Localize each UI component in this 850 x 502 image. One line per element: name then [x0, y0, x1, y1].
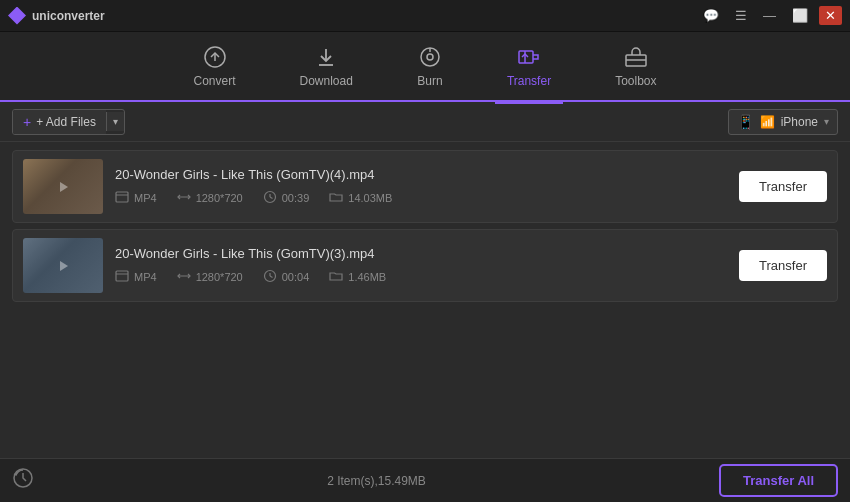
size-value: 14.03MB [348, 192, 392, 204]
status-text: 2 Item(s),15.49MB [327, 474, 426, 488]
tab-download[interactable]: Download [288, 36, 365, 96]
resolution-icon [177, 190, 191, 207]
transfer-all-button[interactable]: Transfer All [719, 464, 838, 497]
format-value: MP4 [134, 192, 157, 204]
svg-line-16 [270, 197, 273, 199]
svg-point-4 [427, 54, 433, 60]
add-files-label: + Add Files [36, 115, 96, 129]
tab-toolbox[interactable]: Toolbox [603, 36, 668, 96]
minimize-button[interactable]: — [758, 6, 781, 25]
file-item: 20-Wonder Girls - Like This (GomTV)(4).m… [12, 150, 838, 223]
tab-download-label: Download [300, 74, 353, 88]
file-info: 20-Wonder Girls - Like This (GomTV)(4).m… [115, 167, 727, 207]
resolution-item: 1280*720 [177, 269, 243, 286]
format-item: MP4 [115, 190, 157, 207]
folder-icon [329, 190, 343, 207]
phone-icon: 📱 [737, 114, 754, 130]
file-thumbnail [23, 238, 103, 293]
thumbnail-image [23, 159, 103, 214]
svg-rect-6 [519, 51, 533, 63]
maximize-button[interactable]: ⬜ [787, 6, 813, 25]
add-files-main[interactable]: + + Add Files [13, 110, 106, 134]
svg-marker-17 [60, 261, 68, 271]
transfer-button[interactable]: Transfer [739, 250, 827, 281]
size-item: 1.46MB [329, 269, 386, 286]
resolution-value: 1280*720 [196, 192, 243, 204]
tab-transfer-label: Transfer [507, 74, 551, 88]
file-thumbnail [23, 159, 103, 214]
size-item: 14.03MB [329, 190, 392, 207]
window-controls[interactable]: 💬 ☰ — ⬜ ✕ [698, 6, 842, 25]
file-meta: MP4 1280*720 [115, 269, 727, 286]
file-list: 20-Wonder Girls - Like This (GomTV)(4).m… [0, 142, 850, 442]
add-files-dropdown[interactable]: ▾ [106, 112, 124, 131]
format-icon [115, 190, 129, 207]
tab-transfer[interactable]: Transfer [495, 36, 563, 96]
duration-value: 00:39 [282, 192, 310, 204]
plus-icon: + [23, 114, 31, 130]
svg-marker-10 [60, 182, 68, 192]
format-item: MP4 [115, 269, 157, 286]
title-bar: uniconverter 💬 ☰ — ⬜ ✕ [0, 0, 850, 32]
format-icon [115, 269, 129, 286]
burn-icon [417, 44, 443, 70]
duration-item: 00:04 [263, 269, 310, 286]
tab-burn-label: Burn [417, 74, 442, 88]
thumbnail-image [23, 238, 103, 293]
toolbox-icon [623, 44, 649, 70]
resolution-value: 1280*720 [196, 271, 243, 283]
device-dropdown-arrow: ▾ [824, 116, 829, 127]
add-files-button[interactable]: + + Add Files ▾ [12, 109, 125, 135]
resolution-icon [177, 269, 191, 286]
logo-icon [8, 7, 26, 25]
svg-rect-11 [116, 192, 128, 202]
duration-value: 00:04 [282, 271, 310, 283]
menu-icon[interactable]: ☰ [730, 6, 752, 25]
close-button[interactable]: ✕ [819, 6, 842, 25]
file-meta: MP4 1280*720 [115, 190, 727, 207]
tab-burn[interactable]: Burn [405, 36, 455, 96]
history-icon[interactable] [12, 467, 34, 494]
chat-icon[interactable]: 💬 [698, 6, 724, 25]
tab-convert[interactable]: Convert [181, 36, 247, 96]
app-logo: uniconverter [8, 7, 105, 25]
bottom-bar: 2 Item(s),15.49MB Transfer All [0, 458, 850, 502]
tab-toolbox-label: Toolbox [615, 74, 656, 88]
size-value: 1.46MB [348, 271, 386, 283]
clock-icon [263, 269, 277, 286]
svg-rect-18 [116, 271, 128, 281]
clock-icon [263, 190, 277, 207]
toolbar: + + Add Files ▾ 📱 📶 iPhone ▾ [0, 102, 850, 142]
convert-icon [202, 44, 228, 70]
transfer-icon [516, 44, 542, 70]
download-icon [313, 44, 339, 70]
file-info: 20-Wonder Girls - Like This (GomTV)(3).m… [115, 246, 727, 286]
file-name: 20-Wonder Girls - Like This (GomTV)(4).m… [115, 167, 727, 182]
app-name: uniconverter [32, 9, 105, 23]
device-selector[interactable]: 📱 📶 iPhone ▾ [728, 109, 838, 135]
transfer-button[interactable]: Transfer [739, 171, 827, 202]
file-name: 20-Wonder Girls - Like This (GomTV)(3).m… [115, 246, 727, 261]
file-item: 20-Wonder Girls - Like This (GomTV)(3).m… [12, 229, 838, 302]
format-value: MP4 [134, 271, 157, 283]
duration-item: 00:39 [263, 190, 310, 207]
resolution-item: 1280*720 [177, 190, 243, 207]
folder-icon [329, 269, 343, 286]
tab-convert-label: Convert [193, 74, 235, 88]
device-name: iPhone [781, 115, 818, 129]
device-signal-icon: 📶 [760, 115, 775, 129]
nav-tabs: Convert Download Burn [0, 32, 850, 102]
svg-line-23 [270, 276, 273, 278]
